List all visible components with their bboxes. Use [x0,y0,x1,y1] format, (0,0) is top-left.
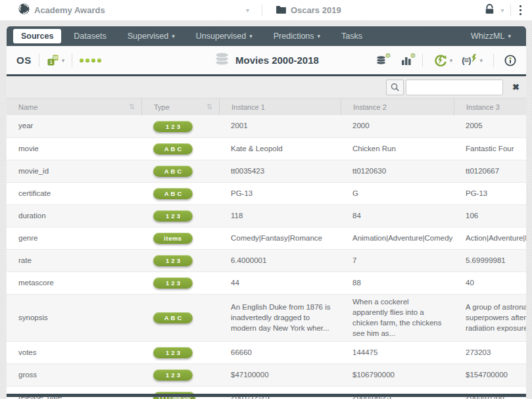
field-type-cell: ABC [141,185,219,202]
project-dropdown-caret[interactable]: ▾ [246,7,249,14]
instance-3-value: 106 [454,208,526,224]
source-title: Movies 2000-2018 [235,55,319,66]
field-row-duration[interactable]: duration12311884106 [7,204,526,227]
instance-1-value: An English Duke from 1876 is inadvertedl… [219,300,341,337]
column-header-type[interactable]: Type⇅ [141,99,219,115]
gear-icon: ⚙ [410,52,416,59]
instance-1-value: 44 [219,275,341,291]
field-row-genre[interactable]: genreitemsComedy|Fantasy|RomanceAnimatio… [7,227,526,249]
field-name: movie_id [7,164,141,179]
instance-2-value: tt0120630 [341,164,454,179]
table-header: Name⇅Type⇅Instance 1Instance 2Instance 3 [7,98,526,115]
project-name: Academy Awards [34,5,105,15]
nav-item-predictions[interactable]: Predictions▾ [265,29,329,43]
nav-item-supervised[interactable]: Supervised▾ [119,29,183,43]
main-panel: SourcesDatasetsSupervised▾Unsupervised▾P… [7,26,526,399]
search-input[interactable] [406,80,503,95]
field-row-year[interactable]: year123200120002005 [7,115,526,137]
field-type-badge: 123 [153,347,193,358]
column-header-instance-1: Instance 1 [219,99,341,115]
folder-selector[interactable]: Oscars 2019 [276,0,341,20]
instance-2-value: 88 [341,275,454,291]
field-row-movie_id[interactable]: movie_idABCtt0035423tt0120630tt0120667 [7,160,526,182]
field-type-cell: 123 [141,252,219,269]
create-dataset-icon[interactable]: ⚙ [375,55,387,65]
field-type-badge: 123 [153,255,193,266]
instance-3-value: 40 [454,275,526,291]
toolbar-divider [422,54,423,67]
field-type-badge: 123 [153,210,193,222]
field-name: year [7,118,141,134]
instance-3-value: A group of astronauts gain superpowers a… [454,300,526,337]
instance-1-value: 118 [219,208,341,224]
column-header-name[interactable]: Name⇅ [7,99,141,115]
instance-1-value: 66660 [219,345,341,361]
field-type-badge: ABC [153,166,193,177]
source-db-icon [214,52,230,68]
clear-search-icon[interactable]: ✖ [512,82,520,92]
chevron-down-icon: ▾ [172,34,175,39]
instance-1-value: Comedy|Fantasy|Romance [219,231,341,246]
one-click-actions-icon[interactable]: ▾ [433,54,453,66]
instance-3-value: 5.69999981 [454,253,526,269]
execute-script-icon[interactable]: (≡) ▾ [462,55,483,65]
instance-3-value: tt0120667 [454,164,526,179]
column-label: Instance 1 [231,103,265,111]
field-name: rate [7,253,141,269]
column-label: Type [154,103,170,111]
scatterplot-icon[interactable]: ⚙ [401,55,412,65]
field-row-gross[interactable]: gross123$47100000$106790000$154700000 [7,364,526,386]
nav-item-tasks[interactable]: Tasks [333,29,371,43]
sort-icon[interactable]: ⇅ [129,103,135,111]
instance-2-value: 2000 [341,118,454,134]
chevron-down-icon: ▾ [249,34,253,39]
nav-item-label: Sources [21,32,53,41]
column-header-instance-2: Instance 2 [341,99,454,115]
svg-text:1: 1 [49,59,52,65]
nav-item-datasets[interactable]: Datasets [65,29,114,43]
field-row-rate[interactable]: rate1236.400000175.69999981 [7,249,526,271]
nav-item-sources[interactable]: Sources [13,29,61,43]
nav-item-unsupervised[interactable]: Unsupervised▾ [187,29,261,43]
project-selector[interactable]: Academy Awards [18,0,105,20]
kebab-menu-icon[interactable] [517,4,525,17]
instance-3-value: Action|Adventure|Family [454,231,526,246]
field-type-cell: 123 [141,344,219,361]
field-type-cell: ABC [141,310,219,326]
chevron-down-icon: ▾ [479,57,483,64]
field-type-cell: 123 [141,118,219,135]
script-glyph: (≡) [462,55,470,65]
info-icon[interactable] [504,55,516,66]
field-type-cell: 123 [141,367,219,383]
field-row-metascore[interactable]: metascore123448840 [7,271,526,294]
lock-icon[interactable] [485,4,495,17]
field-name: gross [7,367,141,383]
field-type-cell: 123 [141,275,219,291]
field-type-badge: ABC [153,143,193,154]
toolbar-divider [39,54,39,67]
field-type-badge: items [153,233,193,244]
field-row-synopsis[interactable]: synopsisABCAn English Duke from 1876 is … [7,294,526,341]
field-row-votes[interactable]: votes12366660144475273203 [7,341,526,364]
search-icon[interactable] [386,80,404,95]
instance-1-value: 6.4000001 [219,253,341,269]
nav-item-whizzml[interactable]: WhizzML▾ [462,29,520,43]
sample-cubes-icon[interactable]: 301 ▾ [47,55,65,66]
column-label: Instance 3 [466,103,500,111]
field-row-movie[interactable]: movieABCKate & LeopoldChicken RunFantast… [7,137,526,160]
project-icon [18,3,30,17]
main-nav: SourcesDatasetsSupervised▾Unsupervised▾P… [7,26,526,46]
instance-2-value: 7 [341,253,454,269]
nav-item-label: Tasks [341,32,362,41]
chevron-down-icon: ▾ [62,57,65,64]
privacy-dropdown-caret[interactable]: ▾ [500,7,504,14]
os-label: OS [16,55,32,66]
field-type-badge: 123 [153,121,193,132]
instance-dots-icon [80,59,101,62]
sort-icon[interactable]: ⇅ [206,103,212,111]
field-row-certificate[interactable]: certificateABCPG-13GPG-13 [7,182,526,204]
folder-icon [276,5,286,16]
field-row-release_date[interactable]: release_dateYYYY-MM-DD2001-12-252000-06-… [7,386,526,399]
column-label: Instance 2 [353,103,387,111]
field-name: genre [7,231,141,246]
